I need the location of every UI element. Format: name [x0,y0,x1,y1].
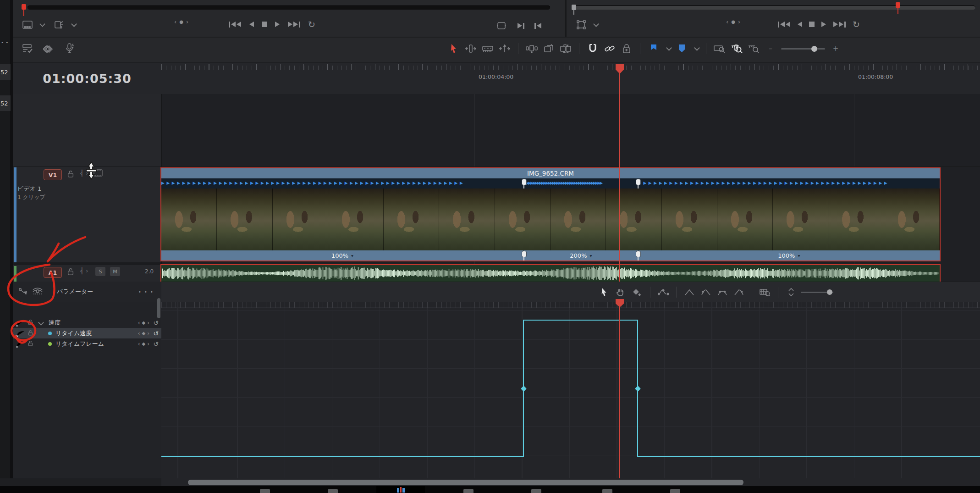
interp-ease-both-icon[interactable] [716,286,729,299]
reset-icon[interactable]: ↺ [153,319,159,327]
param-lock-icon[interactable] [28,319,33,327]
audio-track-enable-button[interactable]: A1 [44,267,62,278]
track-lock-icon[interactable] [67,169,74,180]
first-frame-button[interactable] [777,22,791,28]
video-track-name[interactable]: ビデオ 1 [17,185,41,193]
list-item[interactable]: 52 [0,95,11,111]
stop-button[interactable] [809,22,815,27]
horizontal-scrollbar[interactable] [161,478,980,486]
speed-segment[interactable]: 200%▾ [524,250,639,260]
play-forward-button[interactable] [275,22,280,27]
trim-edit-mode-tool[interactable] [464,42,477,55]
timeline-checklist-icon[interactable] [21,42,34,55]
play-reverse-button[interactable] [797,22,803,27]
zoom-in-icon[interactable]: + [829,42,842,55]
loop-playback-button[interactable]: ↻ [308,19,315,29]
next-edit-button[interactable] [517,23,525,29]
param-row-retime-speed[interactable]: リタイム速度 ‹◆› ↺ [13,328,161,338]
zoom-slider-handle[interactable] [811,46,817,52]
zoom-detail-icon[interactable] [730,42,743,55]
speed-segment[interactable]: 100%▾ [639,250,940,260]
video-track-enable-button[interactable]: V1 [44,169,62,180]
vertical-scale-icon[interactable] [785,286,798,299]
reset-icon[interactable]: ↺ [153,330,159,337]
grey-pin[interactable] [572,5,576,10]
page-tab-edit[interactable] [376,486,425,493]
track-lock-icon[interactable] [67,267,74,278]
curve-pointer-tool[interactable] [598,286,611,299]
reset-icon[interactable]: ↺ [153,340,159,348]
param-lock-icon[interactable] [28,329,33,338]
curve-zoom-slider[interactable] [801,286,833,298]
chevron-down-icon[interactable] [71,21,77,27]
match-frame-icon[interactable] [495,19,508,32]
interp-ease-in-icon[interactable] [699,286,712,299]
mute-button[interactable]: M [110,267,120,276]
loop-playback-button[interactable]: ↻ [853,19,860,29]
timeline-playhead-pin[interactable] [896,2,900,8]
curve-shape-tool[interactable] [657,286,670,299]
snapping-magnet-icon[interactable] [586,42,599,55]
param-row-retime-frame[interactable]: リタイムフレーム ‹◆› ↺ [13,338,161,349]
flag-icon[interactable] [647,42,660,55]
timeline-jog-bar[interactable] [573,6,975,10]
last-frame-button[interactable] [287,22,301,28]
page-tab-color[interactable] [531,489,541,493]
curve-zoom-slider-handle[interactable] [827,289,832,295]
keyframe-nav[interactable]: ‹◆› [138,320,149,326]
razor-edit-mode-tool[interactable] [481,42,494,55]
clip-title-bar[interactable]: IMG_9652.CRM [161,168,940,179]
curve-toggle-icon[interactable] [16,330,26,337]
retime-curve-graph[interactable] [161,302,980,478]
param-scrollbar-thumb[interactable] [157,298,160,318]
transform-box-icon[interactable] [575,18,588,31]
param-lock-icon[interactable] [28,340,33,348]
zoom-custom-icon[interactable] [747,42,760,55]
chevron-down-icon[interactable] [694,45,700,51]
curve-zoom-fit-icon[interactable] [759,286,771,299]
list-item[interactable]: 52 [0,64,11,80]
replace-clip-icon[interactable] [559,42,572,55]
curve-keyframe-point[interactable] [635,386,641,392]
first-frame-button[interactable] [228,22,242,28]
curve-toggle-icon[interactable] [16,340,26,348]
curve-view-toggle-icon[interactable] [31,285,44,298]
source-jog-bar[interactable] [28,6,550,10]
page-tab-media[interactable] [260,489,270,493]
keyframe-nav[interactable]: ‹◆› [138,341,149,347]
timeline-ruler[interactable]: 01:00:04:00 01:00:08:00 [161,63,980,94]
curve-hand-tool[interactable] [614,286,627,299]
source-playhead-pin[interactable] [22,4,26,10]
zoom-slider[interactable] [781,43,825,55]
play-forward-button[interactable] [821,22,826,27]
curve-playhead-line[interactable] [619,303,620,478]
keyframe-nav[interactable]: ‹◆› [138,330,149,337]
last-frame-button[interactable] [833,22,846,28]
overwrite-clip-icon[interactable] [542,42,555,55]
interp-ease-out-icon[interactable] [732,286,745,299]
scrollbar-thumb[interactable] [188,480,743,485]
audio-clip[interactable] [161,265,940,282]
stop-button[interactable] [262,22,267,27]
panel-menu-dots[interactable]: • • • [138,289,154,294]
zoom-out-icon[interactable]: – [764,42,777,55]
jog-control[interactable]: ‹●› [174,18,188,25]
voiceover-mic-icon[interactable] [63,42,76,55]
auto-select-icon[interactable]: ‹▏› [80,267,88,274]
page-tab-cut[interactable] [328,489,338,493]
marker-icon[interactable] [675,42,688,55]
linked-selection-icon[interactable] [603,42,616,55]
stacked-clips-icon[interactable] [42,42,55,55]
playhead-line[interactable] [619,68,620,282]
speed-segment[interactable]: 100%▾ [161,250,524,260]
page-tab-fairlight[interactable] [602,489,612,493]
page-tab-fusion[interactable] [463,489,473,493]
param-row-speed-group[interactable]: 速度 ‹◆› ↺ [13,317,161,328]
interp-linear-icon[interactable] [683,286,696,299]
zoom-full-extent-icon[interactable] [713,42,726,55]
jog-control[interactable]: ‹●› [726,18,740,25]
chevron-down-icon[interactable] [593,21,599,27]
dynamic-trim-tool[interactable] [498,42,511,55]
selection-mode-tool[interactable] [447,42,460,55]
position-lock-icon[interactable] [620,42,633,55]
